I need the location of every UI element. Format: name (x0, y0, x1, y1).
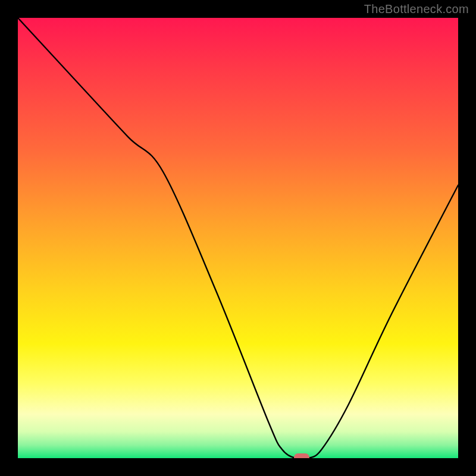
chart-stage: TheBottleneck.com (0, 0, 476, 476)
watermark-text: TheBottleneck.com (364, 2, 469, 16)
plot-area (18, 18, 458, 458)
optimal-point-marker (294, 453, 309, 458)
curve-path (18, 18, 458, 458)
bottleneck-curve (18, 18, 458, 458)
